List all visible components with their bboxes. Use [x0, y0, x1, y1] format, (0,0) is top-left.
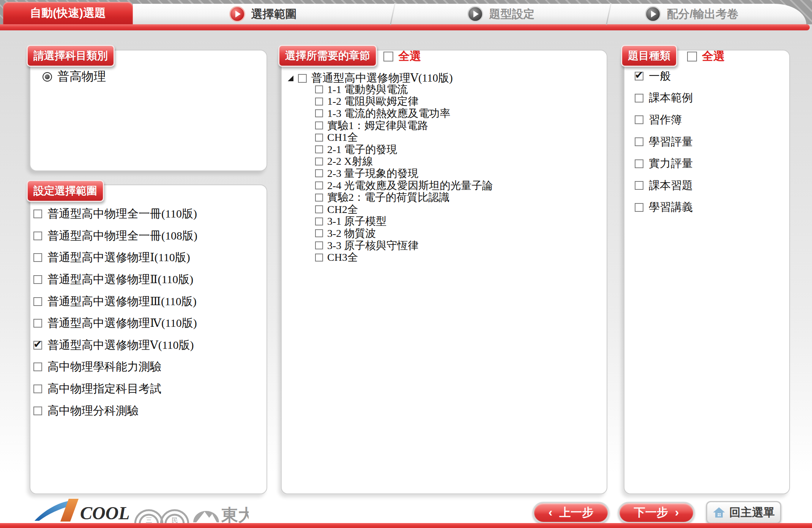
- chapter-item[interactable]: 3-2 物質波: [315, 227, 596, 240]
- chapter-item[interactable]: CH2全: [315, 203, 596, 216]
- question-type-list: 一般 課本範例 習作簿 學習評量 實力評量 課本習題 學習講義: [635, 65, 779, 218]
- checkbox[interactable]: [315, 205, 323, 213]
- exam-builder-window: 選擇範圍 題型設定 配分/輸出考卷 自動(快速)選題 請選擇科目類別 普高物理 …: [0, 0, 812, 528]
- checkbox[interactable]: [315, 85, 323, 93]
- checkbox[interactable]: [635, 72, 643, 80]
- checkbox[interactable]: [315, 109, 323, 117]
- checkbox[interactable]: [383, 52, 393, 61]
- question-type-item[interactable]: 實力評量: [635, 153, 779, 175]
- checkbox[interactable]: [315, 229, 323, 237]
- chapter-item[interactable]: 2-3 量子現象的發現: [315, 167, 596, 180]
- chapter-tree-children: 1-1 電動勢與電流 1-2 電阻與歐姆定律 1-3 電流的熱效應及電功率 實驗…: [315, 84, 596, 263]
- checkbox[interactable]: [315, 134, 323, 142]
- chapter-panel-title: 選擇所需要的章節: [278, 45, 377, 67]
- tree-expander-icon[interactable]: [288, 76, 293, 81]
- subject-option-physics[interactable]: 普高物理: [43, 68, 106, 85]
- question-type-item[interactable]: 學習講義: [635, 197, 779, 219]
- range-item[interactable]: 普通型高中選修物理Ⅲ(110版): [33, 290, 261, 312]
- range-item[interactable]: 高中物理學科能力測驗: [33, 356, 261, 378]
- checkbox[interactable]: [315, 158, 323, 165]
- chapter-item[interactable]: 3-1 原子模型: [315, 216, 596, 228]
- checkbox[interactable]: [315, 194, 323, 202]
- checkbox[interactable]: [315, 254, 323, 262]
- checkbox[interactable]: [315, 218, 323, 225]
- checkbox[interactable]: [33, 253, 42, 262]
- chapter-item[interactable]: CH3全: [315, 251, 596, 263]
- tab-label: 題型設定: [489, 6, 535, 22]
- home-menu-button[interactable]: 回主選單: [706, 501, 781, 524]
- chapter-item[interactable]: 2-2 X射線: [315, 156, 596, 168]
- checkbox[interactable]: [635, 181, 643, 190]
- checkbox[interactable]: [315, 181, 323, 189]
- question-type-item[interactable]: 課本範例: [635, 87, 779, 109]
- range-item[interactable]: 高中物理分科測驗: [33, 400, 261, 422]
- checkbox[interactable]: [635, 159, 643, 168]
- tab-label: 自動(快速)選題: [30, 5, 106, 21]
- checkbox[interactable]: [33, 407, 42, 415]
- checkbox[interactable]: [298, 74, 307, 83]
- question-type-item[interactable]: 習作簿: [635, 109, 779, 131]
- tab-label: 配分/輸出考卷: [667, 6, 738, 22]
- range-item[interactable]: 普通型高中物理全一冊(110版): [33, 203, 261, 225]
- checkbox[interactable]: [635, 203, 643, 212]
- checkbox[interactable]: [315, 98, 323, 106]
- range-item[interactable]: 普通型高中選修物理Ⅳ(110版): [33, 312, 261, 334]
- checkbox[interactable]: [315, 169, 323, 177]
- checkbox[interactable]: [33, 319, 42, 328]
- question-type-panel-title: 題目種類: [621, 45, 677, 67]
- chapter-item[interactable]: 實驗2：電子的荷質比認識: [315, 191, 596, 203]
- subject-panel: [30, 50, 267, 171]
- checkbox[interactable]: [33, 297, 42, 306]
- tab-underline-bar: [0, 24, 810, 30]
- range-item[interactable]: 普通型高中選修物理Ⅴ(110版): [33, 334, 261, 356]
- logo-cool: COOL: [32, 497, 131, 526]
- chapter-item[interactable]: 2-1 電子的發現: [315, 143, 596, 156]
- logo-dongda-text: 東大: [221, 506, 249, 525]
- play-icon-gray: [467, 6, 483, 22]
- chapter-item[interactable]: 1-2 電阻與歐姆定律: [315, 96, 596, 108]
- checkbox[interactable]: [687, 52, 697, 61]
- bottom-accent-bar: [0, 523, 812, 528]
- range-item[interactable]: 高中物理指定科目考試: [33, 378, 261, 400]
- prev-step-button[interactable]: ‹ 上一步: [533, 502, 609, 523]
- question-type-select-all[interactable]: 全選: [687, 49, 725, 64]
- range-item[interactable]: 普通型高中物理全一冊(108版): [33, 225, 261, 247]
- question-type-item[interactable]: 學習評量: [635, 131, 779, 153]
- tab-auto-quick-select[interactable]: 自動(快速)選題: [3, 2, 133, 24]
- chapter-item[interactable]: 1-3 電流的熱效應及電功率: [315, 107, 596, 120]
- chapter-select-all[interactable]: 全選: [383, 49, 421, 64]
- tab-bar: 選擇範圍 題型設定 配分/輸出考卷 自動(快速)選題: [0, 0, 812, 24]
- checkbox[interactable]: [315, 121, 323, 129]
- range-item[interactable]: 普通型高中選修物理Ⅱ(110版): [33, 269, 261, 291]
- home-icon: [713, 506, 725, 519]
- chapter-item[interactable]: 2-4 光電效應及愛因斯坦的光量子論: [315, 180, 596, 192]
- checkbox[interactable]: [33, 210, 42, 218]
- question-type-item[interactable]: 一般: [635, 65, 779, 87]
- radio-button[interactable]: [43, 72, 52, 82]
- checkbox[interactable]: [635, 137, 643, 146]
- checkbox[interactable]: [33, 275, 42, 284]
- chapter-item[interactable]: 3-3 原子核與守恆律: [315, 240, 596, 252]
- chevron-left-icon: ‹: [549, 506, 553, 518]
- checkbox[interactable]: [315, 145, 323, 153]
- chapter-item[interactable]: 實驗1：姆定律與電路: [315, 120, 596, 132]
- checkbox[interactable]: [33, 341, 42, 350]
- question-type-item[interactable]: 課本習題: [635, 175, 779, 197]
- chapter-item[interactable]: 1-1 電動勢與電流: [315, 84, 596, 96]
- next-step-button[interactable]: 下一步 ›: [618, 502, 695, 523]
- tab-question-type-setting[interactable]: 題型設定: [393, 4, 609, 24]
- chapter-item[interactable]: CH1全: [315, 131, 596, 143]
- range-item[interactable]: 普通型高中選修物理Ⅰ(110版): [33, 247, 261, 269]
- checkbox[interactable]: [33, 363, 42, 371]
- play-icon-red: [229, 6, 245, 22]
- subject-panel-title: 請選擇科目類別: [27, 45, 115, 67]
- tab-label: 選擇範圍: [251, 6, 297, 22]
- checkbox[interactable]: [33, 385, 42, 393]
- checkbox[interactable]: [33, 232, 42, 240]
- checkbox[interactable]: [315, 241, 323, 249]
- tab-score-output[interactable]: 配分/輸出考卷: [609, 4, 774, 24]
- play-icon-gray: [645, 6, 661, 22]
- tab-select-range[interactable]: 選擇範圍: [133, 4, 393, 24]
- checkbox[interactable]: [635, 115, 643, 124]
- checkbox[interactable]: [635, 94, 643, 102]
